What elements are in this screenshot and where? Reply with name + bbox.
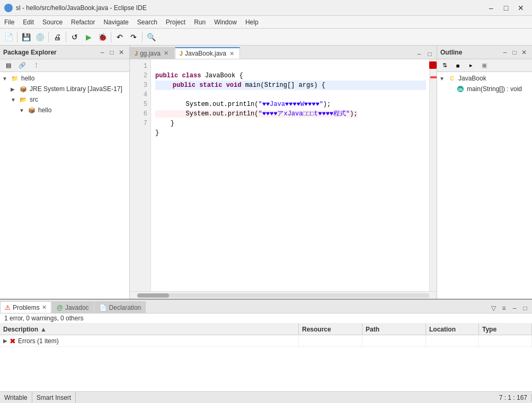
outline-collapse[interactable]: ▣ — [478, 59, 491, 72]
outline-toolbar: ⇅ ■ ▸ ▣ — [437, 59, 532, 72]
problems-tab-label: Problems — [13, 304, 40, 311]
class-icon: C — [448, 74, 456, 83]
tab-javadoc[interactable]: @ Javadoc — [52, 301, 94, 313]
outline-filter[interactable]: ▸ — [465, 59, 477, 72]
tab-gg-close[interactable]: ✕ — [163, 50, 170, 57]
tree-label-jre: JRE System Library [JavaSE-17] — [30, 85, 122, 93]
outline-header: Outline – □ ✕ — [437, 46, 532, 59]
menu-navigate[interactable]: Navigate — [99, 16, 132, 28]
menu-refactor[interactable]: Refactor — [67, 16, 99, 28]
col-resource-label: Resource — [302, 326, 331, 333]
hscroll-thumb[interactable] — [137, 293, 169, 298]
debug-button[interactable]: 🐞 — [96, 31, 109, 43]
outline-close[interactable]: ✕ — [519, 48, 529, 57]
menu-window[interactable]: Window — [210, 16, 241, 28]
tab-javabook-java[interactable]: J JavaBook.java ✕ — [175, 47, 240, 59]
error-marker-strip — [429, 59, 437, 291]
outline-item-main[interactable]: m main(String[]) : void — [437, 84, 532, 94]
outline-arrow-javabook: ▼ — [439, 76, 448, 82]
tree-label-hello: hello — [21, 75, 34, 82]
tree-item-hello[interactable]: ▼ 📁 hello — [0, 73, 129, 84]
code-content[interactable]: public class JavaBook { public static vo… — [151, 59, 437, 291]
package-explorer-header: Package Explorer – □ ✕ — [0, 46, 129, 59]
menu-run[interactable]: Run — [190, 16, 210, 28]
code-editor[interactable]: 1 2 3 4 5 6 7 public class JavaBook { pu… — [130, 59, 437, 291]
outline-minimize[interactable]: – — [500, 48, 510, 57]
view-menu-button[interactable]: ⋮ — [30, 59, 42, 72]
outline-label-main: main(String[]) : void — [467, 85, 522, 93]
error-row-desc: ▶ ✖ Errors (1 item) — [0, 335, 299, 346]
status-right: 7 : 1 : 167 — [495, 394, 532, 401]
undo-button[interactable]: ↶ — [113, 31, 126, 43]
maximize-button[interactable]: □ — [499, 2, 513, 14]
svg-text:m: m — [458, 87, 463, 92]
window-title: sl - hello/src/hello/JavaBook.java - Ecl… — [16, 4, 147, 12]
expand-arrow-src: ▼ — [11, 97, 19, 103]
minimize-button[interactable]: – — [484, 2, 498, 14]
editor-hscrollbar[interactable] — [130, 291, 437, 299]
search-button[interactable]: 🔍 — [145, 31, 157, 43]
close-button[interactable]: ✕ — [514, 2, 528, 14]
package-explorer-minimize[interactable]: – — [97, 48, 107, 57]
outline-item-javabook[interactable]: ▼ C JavaBook — [437, 73, 532, 84]
menu-file[interactable]: File — [0, 16, 19, 28]
new-button[interactable]: 📄 — [2, 31, 15, 43]
package-explorer-maximize[interactable]: □ — [107, 48, 117, 57]
problems-summary-text: 1 error, 0 warnings, 0 others — [4, 315, 83, 322]
title-bar: sl - hello/src/hello/JavaBook.java - Ecl… — [0, 0, 532, 16]
col-resource: Resource — [299, 324, 362, 335]
declaration-tab-label: Declaration — [109, 304, 141, 311]
editor-minimize[interactable]: – — [414, 49, 424, 59]
tab-javabook-close[interactable]: ✕ — [228, 50, 235, 57]
refresh-button[interactable]: ↺ — [68, 31, 81, 43]
bottom-tab-bar: ⚠ Problems ✕ @ Javadoc 📄 Declaration ▽ ≡… — [0, 300, 532, 314]
outline-hide-fields[interactable]: ■ — [451, 59, 464, 72]
bottom-maximize[interactable]: □ — [520, 303, 530, 313]
error-row-path — [362, 335, 426, 346]
problems-header: Description ▲ Resource Path Location Typ… — [0, 324, 532, 335]
bottom-minimize[interactable]: – — [510, 303, 519, 313]
hscroll-track[interactable] — [137, 293, 429, 298]
link-editor-button[interactable]: 🔗 — [16, 59, 29, 72]
tab-gg-java[interactable]: J gg.java ✕ — [130, 47, 174, 59]
tree-item-src[interactable]: ▼ 📂 src — [0, 94, 129, 105]
tab-problems[interactable]: ⚠ Problems ✕ — [0, 301, 51, 313]
editor-maximize[interactable]: □ — [425, 49, 435, 59]
expand-icon: ▶ — [3, 338, 7, 344]
group-button[interactable]: ≡ — [499, 303, 509, 313]
tab-problems-close[interactable]: ✕ — [42, 304, 47, 311]
package-explorer-close[interactable]: ✕ — [117, 48, 126, 57]
src-icon: 📂 — [19, 95, 28, 104]
filter-button[interactable]: ▽ — [489, 303, 498, 313]
tab-javabook-label: JavaBook.java — [185, 50, 226, 57]
table-row[interactable]: ▶ ✖ Errors (1 item) — [0, 335, 532, 347]
menu-edit[interactable]: Edit — [19, 16, 38, 28]
outline-sort[interactable]: ⇅ — [438, 59, 451, 72]
tree-label-hello-pkg: hello — [38, 106, 51, 114]
editor-header-controls: – □ — [414, 49, 437, 59]
outline-arrow-main — [448, 86, 456, 92]
collapse-all-button[interactable]: ▤ — [2, 59, 15, 72]
editor-tab-bar: J gg.java ✕ J JavaBook.java ✕ – □ — [130, 46, 437, 59]
error-marker-top — [429, 61, 437, 69]
redo-button[interactable]: ↷ — [127, 31, 140, 43]
insert-mode-label: Smart Insert — [37, 394, 71, 401]
toolbar-separator-4 — [111, 32, 111, 42]
tab-declaration[interactable]: 📄 Declaration — [94, 301, 146, 313]
menu-source[interactable]: Source — [38, 16, 67, 28]
save-all-button[interactable]: 💿 — [33, 31, 46, 43]
tree-item-hello-pkg[interactable]: ▼ 📦 hello — [0, 105, 129, 115]
editor-area: J gg.java ✕ J JavaBook.java ✕ – □ 1 2 — [130, 46, 437, 299]
print-button[interactable]: 🖨 — [51, 31, 64, 43]
window-controls: – □ ✕ — [484, 2, 528, 14]
tree-label-src: src — [30, 96, 38, 103]
menu-help[interactable]: Help — [241, 16, 263, 28]
run-button[interactable]: ▶ — [82, 31, 95, 43]
menu-search[interactable]: Search — [133, 16, 162, 28]
menu-project[interactable]: Project — [162, 16, 190, 28]
tree-item-jre[interactable]: ▶ 📦 JRE System Library [JavaSE-17] — [0, 84, 129, 94]
tab-gg-label: gg.java — [140, 50, 161, 57]
save-button[interactable]: 💾 — [20, 31, 32, 43]
outline-maximize[interactable]: □ — [510, 48, 519, 57]
col-location-label: Location — [429, 326, 456, 333]
